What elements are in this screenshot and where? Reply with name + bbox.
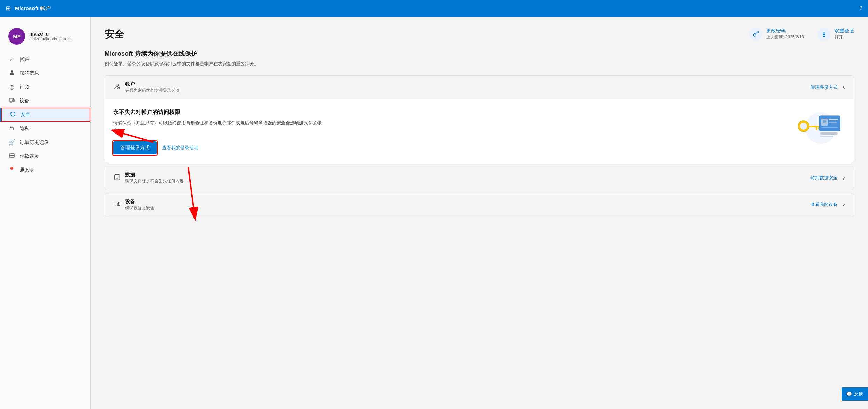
avatar: MF — [8, 28, 25, 45]
devices-nav-icon — [113, 200, 121, 210]
sidebar-item-subscription[interactable]: ◎ 订阅 — [0, 80, 90, 94]
devices-sub: 确保设备更安全 — [125, 205, 154, 211]
view-activity-link[interactable]: 查看我的登录活动 — [162, 145, 198, 151]
sidebar-item-label: 订阅 — [20, 84, 29, 90]
apps-icon[interactable]: ⊞ — [6, 5, 11, 12]
shield-icon — [9, 111, 16, 118]
account-title: 帐户 — [125, 81, 180, 88]
data-header-action[interactable]: 转到数据安全 ∨ — [810, 175, 845, 181]
profile-info: maize fu maizefu@outlook.com — [29, 31, 71, 41]
body-desc: 请确保你（并且只有）可以始终使用两步验证和备份电子邮件或电话号码等增强的安全全选… — [113, 120, 329, 134]
data-card-header[interactable]: 数据 确保文件保护不会丢失任何内容 转到数据安全 ∨ — [105, 166, 854, 190]
chevron-up-icon: ∧ — [842, 85, 845, 90]
data-header-info: 数据 确保文件保护不会丢失任何内容 — [125, 172, 184, 184]
two-step-icon — [818, 28, 830, 40]
help-icon[interactable]: ? — [859, 5, 862, 12]
manage-login-button[interactable]: 管理登录方式 — [113, 141, 157, 154]
sidebar-item-devices[interactable]: 设备 — [0, 94, 90, 108]
devices-header-left: 设备 确保设备更安全 — [113, 199, 154, 211]
sidebar-item-info[interactable]: 您的信息 — [0, 66, 90, 80]
svg-line-10 — [757, 33, 757, 33]
change-password-text: 更改密码 上次更新: 2025/2/13 — [766, 28, 804, 40]
lock-icon — [8, 125, 15, 132]
devices-card-header[interactable]: 设备 确保设备更安全 查看我的设备 ∨ — [105, 193, 854, 217]
page-description: 如何登录、登录的设备以及保存到云中的文件都是帐户在线安全的重要部分。 — [105, 61, 854, 67]
devices-icon — [8, 97, 15, 104]
view-devices-link[interactable]: 查看我的设备 — [810, 202, 838, 208]
two-step-label: 双重验证 — [835, 28, 854, 34]
sidebar-item-home[interactable]: ⌂ 帐户 — [0, 53, 90, 66]
sidebar-item-label: 帐户 — [20, 56, 29, 63]
person-icon — [8, 70, 15, 77]
data-card: 数据 确保文件保护不会丢失任何内容 转到数据安全 ∨ — [105, 166, 854, 190]
change-password-sub: 上次更新: 2025/2/13 — [766, 34, 804, 40]
svg-line-9 — [757, 32, 758, 33]
svg-rect-4 — [10, 128, 14, 130]
topbar: ⊞ Microsoft 帐户 ? — [0, 0, 868, 17]
sidebar-item-payment[interactable]: 付款选项 — [0, 149, 90, 163]
sidebar-profile: MF maize fu maizefu@outlook.com — [0, 25, 90, 53]
feedback-button[interactable]: 💬 反馈 — [842, 387, 868, 401]
data-security-link[interactable]: 转到数据安全 — [810, 175, 838, 181]
home-icon: ⌂ — [8, 56, 15, 63]
data-sub: 确保文件保护不会丢失任何内容 — [125, 178, 184, 184]
cart-icon: 🛒 — [8, 139, 15, 146]
svg-rect-26 — [829, 119, 838, 120]
sidebar-item-label: 您的信息 — [20, 70, 39, 76]
svg-point-14 — [116, 84, 118, 86]
svg-rect-28 — [829, 122, 837, 123]
account-sub: 在强力密码之外增强登录选项 — [125, 88, 180, 93]
svg-point-7 — [753, 34, 756, 37]
manage-login-link[interactable]: 管理登录方式 — [810, 84, 838, 91]
svg-point-25 — [823, 120, 826, 123]
svg-rect-27 — [829, 121, 836, 121]
svg-rect-30 — [820, 132, 838, 135]
page-subtitle: Microsoft 持续为你提供在线保护 — [105, 50, 854, 58]
data-header-left: 数据 确保文件保护不会丢失任何内容 — [113, 172, 184, 184]
account-header-action[interactable]: 管理登录方式 ∧ — [810, 84, 845, 91]
chevron-down-icon: ∨ — [842, 175, 845, 181]
svg-rect-21 — [816, 127, 817, 130]
body-title: 永不失去对帐户的访问权限 — [113, 109, 781, 116]
account-card: 帐户 在强力密码之外增强登录选项 管理登录方式 ∧ 永不失去对帐户的访问权限 请… — [105, 75, 854, 163]
sidebar-item-label: 订单历史记录 — [20, 139, 49, 146]
devices-title: 设备 — [125, 199, 154, 205]
data-title: 数据 — [125, 172, 184, 178]
subscription-icon: ◎ — [8, 84, 15, 90]
account-body-text: 永不失去对帐户的访问权限 请确保你（并且只有）可以始终使用两步验证和备份电子邮件… — [113, 109, 781, 154]
page-title: 安全 — [105, 28, 124, 41]
change-password-action[interactable]: 更改密码 上次更新: 2025/2/13 — [749, 28, 804, 40]
devices-card: 设备 确保设备更安全 查看我的设备 ∨ — [105, 193, 854, 217]
sidebar-item-label: 付款选项 — [20, 153, 39, 159]
sidebar-item-order-history[interactable]: 🛒 订单历史记录 — [0, 136, 90, 149]
account-header-info: 帐户 在强力密码之外增强登录选项 — [125, 81, 180, 93]
sidebar-item-security[interactable]: 安全 — [0, 108, 90, 122]
devices-header-action[interactable]: 查看我的设备 ∨ — [810, 202, 845, 208]
sidebar-item-privacy[interactable]: 隐私 — [0, 122, 90, 136]
layout: MF maize fu maizefu@outlook.com ⌂ 帐户 您的信… — [0, 17, 868, 409]
devices-header-info: 设备 确保设备更安全 — [125, 199, 154, 211]
profile-name: maize fu — [29, 31, 71, 37]
sidebar-item-label: 设备 — [20, 98, 29, 104]
feedback-icon: 💬 — [846, 392, 852, 397]
account-header-left: 帐户 在强力密码之外增强登录选项 — [113, 81, 180, 93]
two-step-text: 双重验证 打开 — [835, 28, 854, 40]
security-illustration — [790, 109, 845, 147]
svg-rect-1 — [9, 98, 14, 101]
topbar-left: ⊞ Microsoft 帐户 — [6, 5, 51, 12]
feedback-label: 反馈 — [854, 391, 863, 397]
account-body-inner: 永不失去对帐户的访问权限 请确保你（并且只有）可以始终使用两步验证和备份电子邮件… — [113, 109, 845, 154]
svg-point-0 — [11, 70, 13, 73]
header-actions: 更改密码 上次更新: 2025/2/13 双重验证 打开 — [749, 28, 854, 40]
sidebar-item-label: 隐私 — [20, 126, 29, 132]
two-step-sub: 打开 — [835, 34, 854, 40]
card-icon — [8, 153, 15, 160]
page-header: 安全 更改密码 上次更新: 2025/2/13 双重验 — [105, 28, 854, 41]
svg-point-19 — [800, 123, 807, 130]
svg-rect-29 — [821, 127, 838, 128]
account-card-header[interactable]: 帐户 在强力密码之外增强登录选项 管理登录方式 ∧ — [105, 76, 854, 99]
sidebar-item-contacts[interactable]: 📍 通讯簿 — [0, 163, 90, 177]
two-step-action[interactable]: 双重验证 打开 — [818, 28, 854, 40]
key-icon — [749, 28, 762, 40]
location-icon: 📍 — [8, 167, 15, 173]
